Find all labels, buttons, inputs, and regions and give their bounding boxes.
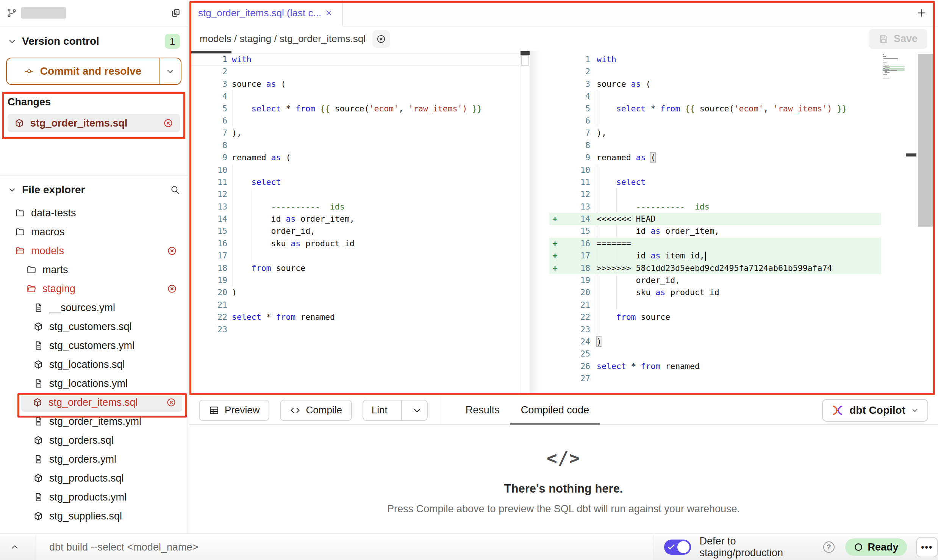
code-line[interactable]: 12 <box>549 188 881 200</box>
chevron-up-icon[interactable] <box>10 542 20 552</box>
file-row-stg_supplies.sql[interactable]: stg_supplies.sql <box>0 507 188 526</box>
file-row-stg_locations.yml[interactable]: stg_locations.yml <box>0 374 188 393</box>
compile-button[interactable]: Compile <box>280 400 352 421</box>
code-line[interactable]: 2 <box>189 66 519 78</box>
tab-stg-order-items[interactable]: stg_order_items.sql (last c... <box>189 0 343 27</box>
folder-row-marts[interactable]: marts <box>0 260 188 279</box>
dbt-copilot-button[interactable]: dbt Copilot <box>822 399 928 422</box>
close-icon[interactable] <box>325 9 333 17</box>
code-line[interactable]: +14<<<<<<< HEAD <box>549 213 881 225</box>
code-line[interactable]: +16======= <box>549 238 881 250</box>
code-line[interactable]: 7), <box>189 127 519 139</box>
file-row-stg_order_items.yml[interactable]: stg_order_items.yml <box>0 412 188 431</box>
commit-dropdown-button[interactable] <box>159 58 181 84</box>
code-line[interactable]: 1with <box>549 53 881 66</box>
code-line[interactable]: 10 <box>549 164 881 176</box>
code-line[interactable]: 23 <box>549 324 881 336</box>
commit-and-resolve-button[interactable]: Commit and resolve <box>6 58 181 85</box>
code-line[interactable]: 6 <box>549 115 881 127</box>
lint-dropdown-button[interactable] <box>407 400 427 420</box>
version-control-header[interactable]: Version control 1 <box>0 27 188 56</box>
code-line[interactable]: 8 <box>189 139 519 152</box>
code-line[interactable]: 21 <box>189 299 519 311</box>
code-line[interactable]: 26select * from renamed <box>549 360 881 372</box>
editor-pane-left[interactable]: 1with23source as (45 select * from {{ so… <box>189 51 530 396</box>
code-line[interactable]: 10 <box>189 164 519 176</box>
discard-icon[interactable] <box>167 246 177 256</box>
help-icon[interactable]: ? <box>823 541 834 553</box>
code-line[interactable]: 24) <box>549 336 881 348</box>
save-button[interactable]: Save <box>869 29 927 49</box>
code-line[interactable]: 4 <box>189 90 519 102</box>
code-line[interactable]: 15 order_id, <box>189 225 519 237</box>
code-line[interactable]: 15 id as order_item, <box>549 225 881 237</box>
code-line[interactable]: 11 select <box>549 176 881 188</box>
chevron-down-icon[interactable] <box>8 185 17 194</box>
folder-row-staging[interactable]: staging <box>0 279 188 298</box>
code-line[interactable]: 19 <box>189 274 519 286</box>
chevron-down-icon[interactable] <box>8 37 17 46</box>
more-options-button[interactable]: ••• <box>916 537 938 557</box>
file-row-stg_customers.sql[interactable]: stg_customers.sql <box>0 317 188 336</box>
discard-icon[interactable] <box>166 397 176 407</box>
code-line[interactable]: 25 <box>549 348 881 360</box>
code-line[interactable]: 5 select * from {{ source('ecom', 'raw_i… <box>549 103 881 115</box>
discard-icon[interactable] <box>167 284 177 294</box>
minimap[interactable] <box>883 54 905 80</box>
file-row-stg_order_items.sql[interactable]: stg_order_items.sql <box>21 393 182 412</box>
defer-toggle[interactable] <box>664 540 691 555</box>
code-line[interactable]: 23 <box>189 324 519 336</box>
preview-button[interactable]: Preview <box>199 400 269 421</box>
command-input[interactable]: dbt build --select <model_name> <box>36 534 654 560</box>
folder-row-macros[interactable]: macros <box>0 222 188 241</box>
code-line[interactable]: 12 <box>189 188 519 200</box>
code-line[interactable]: 16 sku as product_id <box>189 238 519 250</box>
tab-results[interactable]: Results <box>455 396 510 424</box>
code-line[interactable]: 22select * from renamed <box>189 311 519 323</box>
code-line[interactable]: 3source as ( <box>189 78 519 90</box>
code-line[interactable]: 5 select * from {{ source('ecom', 'raw_i… <box>189 103 519 115</box>
editor-pane-right[interactable]: 1with23source as (45 select * from {{ so… <box>549 51 938 396</box>
search-icon[interactable] <box>170 185 180 195</box>
code-line[interactable]: 7), <box>549 127 881 139</box>
code-line[interactable]: 20) <box>189 286 519 299</box>
code-line[interactable]: 19 order_id, <box>549 274 881 286</box>
code-line[interactable]: 13 ---------- ids <box>189 201 519 213</box>
lint-button[interactable]: Lint <box>363 400 428 421</box>
file-row-stg_customers.yml[interactable]: stg_customers.yml <box>0 336 188 355</box>
code-line[interactable]: 17 <box>189 250 519 262</box>
code-line[interactable]: 21 <box>549 299 881 311</box>
code-line[interactable]: 18 from source <box>189 262 519 274</box>
file-explorer-header[interactable]: File explorer <box>0 176 188 203</box>
code-line[interactable]: 9renamed as ( <box>189 152 519 164</box>
code-line[interactable]: 2 <box>549 66 881 78</box>
code-line[interactable]: 11 select <box>189 176 519 188</box>
code-line[interactable]: 8 <box>549 139 881 152</box>
code-line[interactable]: 9renamed as ( <box>549 152 881 164</box>
code-line[interactable]: 14 id as order_item, <box>189 213 519 225</box>
left-editor-scrollbar[interactable] <box>520 51 530 396</box>
right-editor-scrollbar[interactable] <box>918 54 934 227</box>
file-row-__sources.yml[interactable]: __sources.yml <box>0 298 188 317</box>
code-line[interactable]: 27 <box>549 372 881 385</box>
code-line[interactable]: 3source as ( <box>549 78 881 90</box>
file-row-stg_orders.sql[interactable]: stg_orders.sql <box>0 431 188 450</box>
code-line[interactable]: 6 <box>189 115 519 127</box>
new-tab-icon[interactable] <box>916 7 927 19</box>
code-line[interactable]: +18>>>>>>> 58c1dd23d5eebd9cd2495fa7124ab… <box>549 262 881 274</box>
file-row-stg_locations.sql[interactable]: stg_locations.sql <box>0 355 188 374</box>
code-line[interactable]: 4 <box>549 90 881 102</box>
code-line[interactable]: +17 id as item_id, <box>549 250 881 262</box>
code-line[interactable]: 1with <box>189 53 519 66</box>
scrollbar-thumb[interactable] <box>521 55 529 66</box>
changed-file-row[interactable]: stg_order_items.sql <box>8 114 180 132</box>
code-line[interactable]: 22 from source <box>549 311 881 323</box>
file-row-stg_products.yml[interactable]: stg_products.yml <box>0 488 188 507</box>
tab-compiled-code[interactable]: Compiled code <box>510 396 600 424</box>
code-line[interactable]: 13 ---------- ids <box>549 201 881 213</box>
code-line[interactable]: 20 sku as product_id <box>549 286 881 299</box>
ready-status-badge[interactable]: Ready <box>845 538 907 556</box>
lineage-button[interactable] <box>372 30 390 48</box>
file-row-stg_products.sql[interactable]: stg_products.sql <box>0 469 188 488</box>
folder-row-data-tests[interactable]: data-tests <box>0 203 188 222</box>
